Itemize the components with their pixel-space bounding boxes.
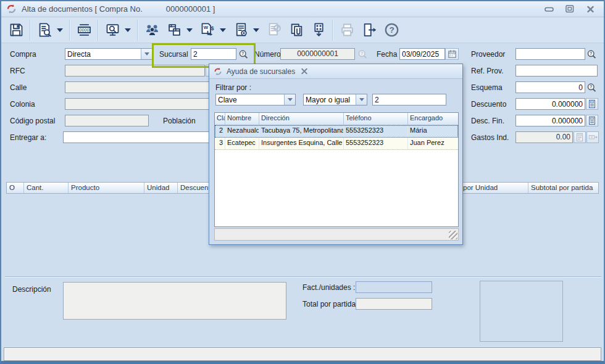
gastos-ind-field: 0.00 <box>515 131 573 143</box>
document-detail-button[interactable] <box>230 19 252 41</box>
grid-col-subtotal[interactable]: Subtotal por partida <box>528 183 597 193</box>
filter-operator-select[interactable]: Mayor o igual <box>303 94 367 105</box>
print-button <box>336 19 358 41</box>
sucursales-dialog: Ayuda de sucursales Filtrar por : Clave … <box>209 64 463 245</box>
poblacion-label: Población <box>163 117 196 125</box>
filter-value-input[interactable] <box>372 94 446 105</box>
save-button[interactable] <box>5 19 27 41</box>
toolbar-separator <box>98 20 99 41</box>
verify-document-button[interactable] <box>33 19 56 41</box>
esquema-lookup-icon[interactable]: ? <box>586 82 597 93</box>
desc-fin-calculator-icon[interactable] <box>586 115 598 126</box>
numero-field: 0000000001 <box>280 48 355 60</box>
dialog-titlebar: Ayuda de sucursales <box>209 64 462 79</box>
ref-prov-label: Ref. Prov. <box>471 67 503 75</box>
products-boxes-button[interactable] <box>163 19 185 41</box>
exit-button[interactable] <box>358 19 380 41</box>
chevron-down-icon[interactable] <box>141 49 152 59</box>
toolbar: 0000 W$ <box>1 17 604 43</box>
sucursal-lookup-icon[interactable]: ? <box>238 49 249 60</box>
proveedor-label: Proveedor <box>471 50 505 59</box>
titlebar: Alta de documentos [ Compra No. 00000000… <box>1 1 604 17</box>
grid-col-por-unidad[interactable]: por Unidad <box>461 183 528 193</box>
cell-nombre: Ecatepec <box>225 138 259 149</box>
detail-dropdown-arrow-icon[interactable] <box>253 28 259 32</box>
image-preview-box <box>480 281 563 342</box>
toolbar-separator <box>332 20 333 41</box>
cell-encargado: Mária <box>408 125 458 137</box>
descuento-input[interactable] <box>515 98 585 110</box>
sucursal-row[interactable]: 3 Ecatepec Insurgentes Esquina, Calle N … <box>215 138 458 150</box>
resize-grip[interactable] <box>449 231 457 239</box>
ref-prov-input[interactable] <box>515 65 598 77</box>
maximize-button[interactable] <box>565 5 575 14</box>
entregar-label: Entregar a: <box>10 133 46 142</box>
close-icon[interactable] <box>585 5 595 14</box>
compra-value: Directa <box>65 49 141 59</box>
chevron-down-icon[interactable] <box>356 94 367 105</box>
grid-col-cant[interactable]: Cant. <box>24 183 69 193</box>
grid-col-producto[interactable]: Producto <box>69 183 144 193</box>
status-bar <box>4 347 601 361</box>
col-telefono[interactable]: Teléfono <box>344 113 408 125</box>
rfc-label: RFC <box>10 67 25 75</box>
cell-telefono: 5553252323 <box>344 138 408 149</box>
desc-fin-label: Desc. Fin. <box>471 117 504 125</box>
cell-clave: 3 <box>215 138 225 149</box>
cell-direccion: Tacubaya 75, Metropolitana <box>259 125 344 137</box>
dialog-scrollbar[interactable] <box>214 228 459 241</box>
panel-divider <box>5 276 601 278</box>
desc-fin-input[interactable] <box>515 115 585 126</box>
calle-label: Calle <box>10 83 27 92</box>
minimize-button[interactable] <box>544 5 554 14</box>
filter-field-select[interactable]: Clave <box>215 94 296 105</box>
fecha-input[interactable] <box>399 48 445 60</box>
verify-dropdown-arrow-icon[interactable] <box>57 28 63 32</box>
total-partida-label: Total por partida <box>302 300 356 308</box>
window-title: Alta de documentos [ Compra No. <box>22 4 143 14</box>
colonia-label: Colonia <box>10 100 35 109</box>
descuento-label: Descuento <box>471 100 506 109</box>
sucursal-row-selected[interactable]: 2 Nezahualc Tacubaya 75, Metropolitana 5… <box>215 125 458 138</box>
col-encargado[interactable]: Encargado <box>408 113 458 125</box>
rfc-field <box>65 65 205 77</box>
export-word-money-button[interactable]: W$ <box>196 19 219 41</box>
compra-select[interactable]: Directa <box>65 48 152 60</box>
esquema-label: Esquema <box>471 83 503 92</box>
col-nombre[interactable]: Nombre <box>225 113 259 125</box>
dialog-close-icon[interactable] <box>299 67 309 76</box>
sucursal-label: Sucursal <box>159 50 188 59</box>
calendar-icon[interactable] <box>445 48 459 60</box>
preview-document-button[interactable] <box>101 19 123 41</box>
attach-document-button[interactable] <box>285 19 307 41</box>
col-direccion[interactable]: Dirección <box>259 113 344 125</box>
folio-counter-button[interactable]: 0000 <box>73 19 95 41</box>
cell-encargado: Juan Perez <box>408 138 458 149</box>
sucursales-grid: Cla Nombre Dirección Teléfono Encargado … <box>214 112 459 227</box>
total-partida-field <box>356 298 432 310</box>
filter-operator-value: Mayor o igual <box>304 94 356 105</box>
numero-lookup-icon: ? <box>357 49 368 60</box>
toolbar-separator <box>69 20 70 41</box>
descripcion-textarea[interactable] <box>63 282 286 320</box>
cancel-document-button <box>263 19 285 41</box>
cell-direccion: Insurgentes Esquina, Calle N <box>259 138 344 149</box>
fecha-label: Fecha <box>377 50 397 59</box>
preview-dropdown-arrow-icon[interactable] <box>125 28 131 32</box>
fact-unidades-label: Fact./unidades : <box>302 283 355 292</box>
proveedor-input[interactable] <box>515 48 585 60</box>
sucursal-input[interactable] <box>191 48 236 60</box>
grid-col-unidad[interactable]: Unidad <box>144 183 178 193</box>
gastos-ind-label: Gastos Ind. <box>471 133 509 142</box>
products-dropdown-arrow-icon[interactable] <box>186 28 193 32</box>
proveedor-lookup-icon[interactable]: ? <box>586 49 597 60</box>
help-button[interactable]: ? <box>380 19 403 41</box>
col-clave[interactable]: Cla <box>215 113 225 125</box>
cfdi-download-button[interactable] <box>307 19 330 41</box>
chevron-down-icon[interactable] <box>284 94 295 105</box>
descuento-calculator-icon[interactable] <box>586 98 598 110</box>
export-dropdown-arrow-icon[interactable] <box>220 28 226 32</box>
providers-group-button[interactable] <box>141 19 163 41</box>
esquema-input[interactable] <box>515 81 585 93</box>
grid-col-o[interactable]: O <box>7 183 24 193</box>
